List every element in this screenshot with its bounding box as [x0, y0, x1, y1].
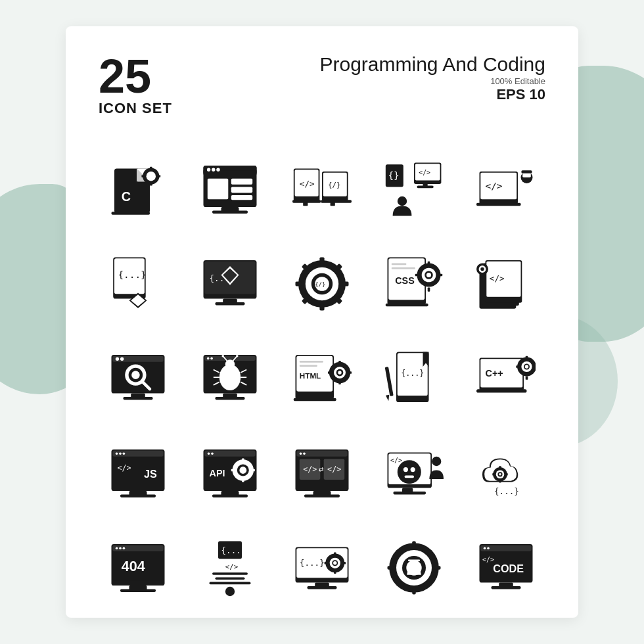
icon-code-monitor-label: </> CODE [467, 528, 545, 607]
svg-point-229 [225, 587, 235, 596]
svg-point-98 [116, 357, 119, 361]
svg-rect-59 [216, 302, 245, 306]
svg-rect-182 [212, 494, 248, 497]
svg-rect-242 [308, 586, 337, 589]
svg-rect-212 [505, 473, 508, 476]
svg-rect-249 [388, 566, 394, 569]
svg-rect-66 [319, 305, 324, 311]
svg-rect-68 [343, 281, 349, 286]
svg-text:{...}: {...} [118, 269, 146, 280]
svg-rect-238 [334, 570, 336, 574]
svg-point-219 [123, 547, 126, 550]
svg-rect-86 [438, 274, 442, 277]
svg-point-153 [525, 365, 528, 368]
svg-rect-10 [112, 212, 150, 215]
main-card: 25 ICON SET Programming And Coding 100% … [66, 26, 578, 618]
svg-point-208 [499, 473, 501, 476]
svg-point-161 [116, 453, 118, 455]
svg-rect-237 [334, 553, 336, 556]
svg-text:⇄: ⇄ [319, 466, 324, 472]
icon-code-gear-monitor: {...} [283, 528, 361, 607]
svg-text:{/}: {/} [328, 181, 340, 189]
svg-point-116 [236, 355, 239, 357]
svg-rect-250 [435, 566, 441, 569]
svg-rect-248 [412, 589, 415, 595]
svg-text:C: C [122, 189, 131, 204]
svg-rect-97 [112, 356, 163, 362]
svg-point-99 [120, 357, 124, 361]
svg-rect-135 [338, 361, 341, 365]
svg-text:{/}: {/} [315, 281, 325, 288]
icon-css-settings: CSS [375, 244, 453, 323]
icon-cpp-laptop: C++ [467, 339, 545, 418]
svg-point-40 [398, 196, 407, 206]
svg-point-257 [484, 547, 486, 550]
svg-rect-201 [405, 476, 414, 478]
svg-rect-9 [157, 175, 160, 177]
svg-rect-228 [210, 582, 251, 585]
svg-rect-210 [499, 480, 501, 483]
header-eps: EPS 10 [319, 86, 545, 103]
svg-point-5 [147, 172, 156, 181]
header-right: Programming And Coding 100% Editable EPS… [319, 53, 545, 103]
svg-point-94 [480, 267, 484, 271]
svg-rect-222 [120, 589, 156, 592]
svg-rect-22 [212, 210, 248, 214]
svg-rect-31 [292, 200, 321, 203]
header: 25 ICON SET Programming And Coding 100% … [99, 53, 545, 117]
svg-text:API: API [210, 468, 225, 478]
svg-rect-7 [150, 182, 152, 185]
icon-code-browser: </> </> ⇄ [283, 434, 361, 513]
svg-rect-167 [120, 494, 156, 497]
svg-point-109 [207, 357, 210, 360]
svg-rect-149 [476, 389, 527, 392]
svg-rect-8 [141, 175, 145, 177]
svg-rect-179 [231, 469, 235, 472]
svg-point-16 [216, 168, 219, 172]
header-iconset-label: ICON SET [99, 100, 172, 117]
svg-rect-47 [521, 170, 532, 173]
svg-text:</>: </> [482, 556, 494, 563]
svg-text:</>: </> [390, 457, 402, 464]
icon-gear-person [375, 528, 453, 607]
svg-rect-105 [124, 397, 153, 400]
header-left: 25 ICON SET [99, 53, 172, 117]
svg-rect-17 [208, 179, 229, 200]
svg-text:</>: </> [490, 273, 505, 283]
svg-rect-78 [386, 304, 428, 307]
svg-rect-155 [526, 376, 528, 379]
svg-text:404: 404 [122, 558, 145, 574]
svg-point-217 [116, 547, 118, 550]
svg-point-187 [303, 453, 306, 455]
svg-point-236 [333, 561, 336, 564]
svg-rect-6 [150, 167, 152, 170]
icon-search-monitor [99, 339, 177, 418]
svg-text:</>: </> [486, 181, 503, 191]
svg-rect-32 [321, 200, 352, 203]
header-title: Programming And Coding [319, 53, 545, 76]
svg-rect-13 [204, 170, 257, 174]
icon-html-settings: HTML [283, 339, 361, 418]
svg-rect-65 [319, 258, 324, 264]
icon-robot-monitor: </> [375, 434, 453, 513]
svg-point-200 [411, 467, 415, 472]
svg-rect-129 [300, 365, 317, 367]
svg-rect-20 [231, 195, 252, 200]
svg-point-186 [300, 453, 302, 455]
icon-c-programming: C [99, 150, 177, 229]
svg-point-162 [119, 453, 122, 455]
svg-point-82 [426, 273, 431, 277]
svg-point-172 [211, 453, 214, 455]
icon-code-monitor: </> {/} [283, 150, 361, 229]
svg-rect-194 [304, 494, 340, 497]
svg-rect-157 [534, 365, 536, 368]
icon-code-consultant: </> [467, 150, 545, 229]
svg-rect-203 [394, 492, 426, 495]
svg-text:HTML: HTML [300, 371, 321, 380]
svg-rect-177 [242, 459, 244, 463]
svg-rect-227 [216, 577, 245, 580]
svg-rect-84 [428, 287, 430, 291]
icon-404-browser: 404 [99, 528, 177, 607]
svg-rect-211 [492, 473, 495, 476]
icon-web-layout [191, 150, 269, 229]
